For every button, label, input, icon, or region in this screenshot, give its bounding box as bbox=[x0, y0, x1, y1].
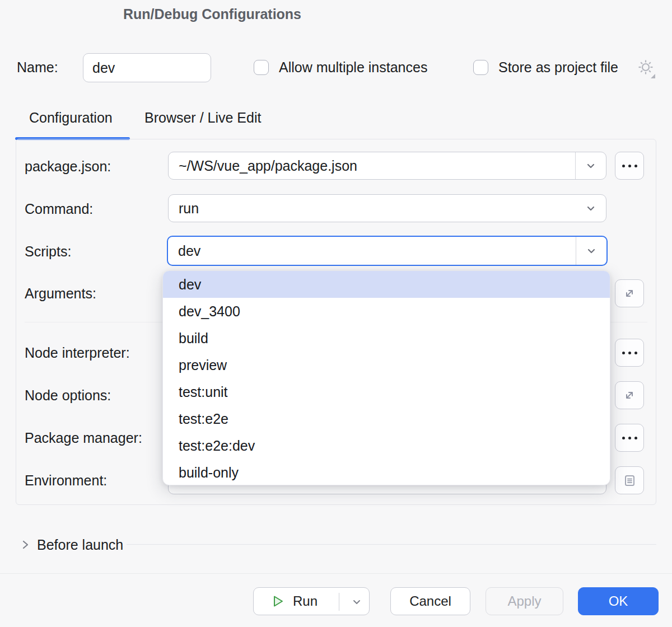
cancel-button[interactable]: Cancel bbox=[390, 587, 470, 615]
chevron-down-icon bbox=[584, 201, 598, 216]
package-json-dropdown-button[interactable] bbox=[576, 152, 606, 179]
env-list-icon bbox=[622, 473, 637, 488]
apply-button[interactable]: Apply bbox=[486, 587, 563, 615]
gear-icon[interactable] bbox=[637, 58, 657, 80]
dropdown-item-test-e2e[interactable]: test:e2e bbox=[163, 405, 610, 432]
scripts-dropdown-popup: dev dev_3400 build preview test:unit tes… bbox=[162, 270, 610, 485]
ok-button-label: OK bbox=[609, 593, 628, 609]
package-json-combobox[interactable]: ~/WS/vue_app/package.json bbox=[168, 152, 606, 180]
ellipsis-icon bbox=[622, 437, 637, 439]
scripts-label: Scripts: bbox=[25, 244, 71, 260]
dropdown-item-dev-3400[interactable]: dev_3400 bbox=[163, 298, 610, 325]
chevron-down-icon bbox=[350, 595, 363, 609]
package-json-label: package.json: bbox=[25, 158, 111, 175]
before-launch-divider bbox=[127, 544, 656, 545]
apply-button-label: Apply bbox=[507, 593, 541, 609]
arguments-expand-button[interactable] bbox=[615, 279, 644, 307]
node-interpreter-browse-button[interactable] bbox=[615, 339, 644, 367]
ellipsis-icon bbox=[622, 352, 637, 354]
node-interpreter-label: Node interpreter: bbox=[25, 345, 130, 361]
scripts-combobox[interactable]: dev bbox=[167, 236, 608, 266]
allow-multiple-instances-label: Allow multiple instances bbox=[279, 59, 427, 76]
cancel-button-label: Cancel bbox=[409, 593, 451, 609]
dropdown-item-dev[interactable]: dev bbox=[163, 271, 610, 298]
expand-icon bbox=[622, 388, 637, 403]
store-as-project-file-label: Store as project file bbox=[498, 59, 618, 76]
scripts-dropdown-button[interactable] bbox=[576, 237, 606, 265]
package-manager-browse-button[interactable] bbox=[615, 424, 644, 452]
expand-icon bbox=[622, 286, 637, 301]
environment-label: Environment: bbox=[25, 472, 107, 489]
command-select[interactable]: run bbox=[168, 194, 606, 222]
package-json-browse-button[interactable] bbox=[615, 152, 644, 180]
ellipsis-icon bbox=[622, 165, 637, 167]
scripts-value: dev bbox=[168, 243, 576, 259]
command-value: run bbox=[169, 200, 576, 217]
environment-variables-button[interactable] bbox=[615, 466, 644, 494]
chevron-down-icon bbox=[584, 244, 599, 258]
footer-divider bbox=[0, 573, 672, 574]
play-icon bbox=[270, 594, 285, 609]
dropdown-item-test-e2e-dev[interactable]: test:e2e:dev bbox=[163, 432, 610, 459]
name-label: Name: bbox=[17, 59, 58, 76]
node-options-label: Node options: bbox=[25, 387, 111, 404]
before-launch-toggle[interactable] bbox=[19, 539, 31, 551]
command-label: Command: bbox=[25, 201, 93, 217]
dropdown-item-build-only[interactable]: build-only bbox=[163, 459, 610, 485]
name-input[interactable] bbox=[83, 53, 211, 82]
arguments-label: Arguments: bbox=[25, 286, 96, 302]
dialog-title: Run/Debug Configurations bbox=[123, 6, 301, 22]
run-options-chevron[interactable] bbox=[343, 588, 370, 616]
node-options-expand-button[interactable] bbox=[615, 381, 644, 409]
store-as-project-file-checkbox[interactable] bbox=[473, 60, 488, 75]
chevron-down-icon bbox=[584, 158, 598, 173]
allow-multiple-instances-checkbox[interactable] bbox=[254, 60, 269, 75]
dropdown-item-preview[interactable]: preview bbox=[163, 352, 610, 378]
run-button[interactable]: Run bbox=[253, 587, 370, 615]
dropdown-item-build[interactable]: build bbox=[163, 325, 610, 352]
package-manager-label: Package manager: bbox=[25, 430, 142, 446]
command-dropdown-button[interactable] bbox=[576, 195, 606, 222]
before-launch-label: Before launch bbox=[37, 537, 123, 553]
tab-configuration[interactable]: Configuration bbox=[29, 110, 113, 126]
chevron-right-icon bbox=[19, 539, 31, 551]
dropdown-item-test-unit[interactable]: test:unit bbox=[163, 378, 610, 405]
package-json-value: ~/WS/vue_app/package.json bbox=[169, 158, 575, 174]
tab-browser-live-edit[interactable]: Browser / Live Edit bbox=[144, 110, 261, 126]
run-button-label: Run bbox=[293, 593, 318, 609]
ok-button[interactable]: OK bbox=[578, 587, 659, 615]
